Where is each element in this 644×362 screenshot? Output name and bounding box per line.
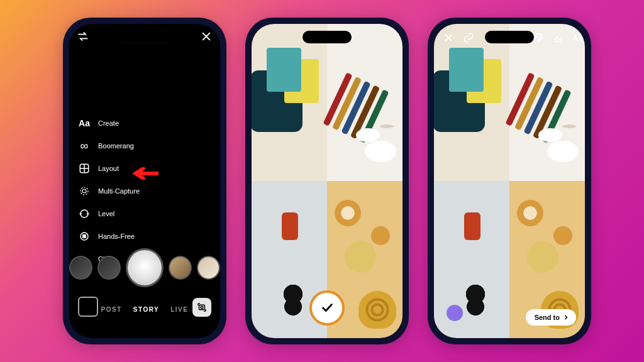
callout-arrow bbox=[131, 167, 158, 180]
svg-rect-5 bbox=[83, 235, 86, 238]
shutter-button[interactable] bbox=[126, 248, 164, 287]
mode-thumb[interactable] bbox=[197, 256, 220, 280]
tool-level[interactable]: Level bbox=[78, 207, 140, 220]
flip-camera-button[interactable] bbox=[192, 298, 211, 317]
tool-label: Create bbox=[98, 119, 119, 127]
svg-point-8 bbox=[536, 36, 537, 38]
text-aa-icon: Aa bbox=[78, 117, 91, 129]
svg-point-1 bbox=[82, 189, 86, 193]
confirm-layout-button[interactable] bbox=[309, 290, 345, 326]
tool-hands-free[interactable]: Hands-Free bbox=[78, 230, 140, 243]
layout-grid-icon bbox=[78, 162, 91, 175]
tool-label: Multi-Capture bbox=[98, 187, 140, 195]
settings-swap-icon[interactable] bbox=[77, 30, 89, 45]
mode-thumb[interactable] bbox=[169, 256, 192, 280]
tool-label: Layout bbox=[98, 165, 119, 172]
tool-label: Level bbox=[98, 210, 114, 217]
tool-label: Hands-Free bbox=[98, 233, 135, 240]
mode-thumb[interactable] bbox=[69, 256, 92, 280]
tab-story[interactable]: STORY bbox=[133, 306, 159, 313]
link-icon[interactable] bbox=[463, 31, 474, 44]
send-to-label: Send to bbox=[535, 314, 560, 321]
text-aa-icon[interactable]: Aa bbox=[572, 31, 583, 44]
close-icon[interactable] bbox=[443, 31, 454, 44]
record-icon bbox=[78, 230, 91, 243]
mode-thumb[interactable] bbox=[97, 256, 121, 280]
infinity-icon: ∞ bbox=[78, 140, 91, 152]
tool-boomerang[interactable]: ∞ Boomerang bbox=[78, 140, 140, 152]
level-icon bbox=[78, 207, 91, 220]
svg-point-2 bbox=[80, 187, 88, 195]
svg-point-9 bbox=[539, 36, 540, 38]
svg-point-7 bbox=[201, 306, 203, 309]
tool-create[interactable]: Aa Create bbox=[78, 117, 140, 129]
your-story-button[interactable]: Your Story bbox=[443, 305, 466, 329]
multi-capture-icon bbox=[78, 185, 91, 197]
tab-post[interactable]: POST bbox=[101, 306, 122, 313]
send-to-button[interactable]: Send to bbox=[526, 309, 576, 326]
your-story-label: Your Story bbox=[443, 324, 466, 329]
tab-live[interactable]: LIVE bbox=[170, 306, 188, 313]
story-preview bbox=[434, 24, 585, 338]
your-story-avatar bbox=[447, 305, 463, 321]
tool-multi-capture[interactable]: Multi-Capture bbox=[78, 185, 140, 197]
draw-icon[interactable] bbox=[552, 31, 564, 44]
tool-label: Boomerang bbox=[98, 142, 134, 150]
close-icon[interactable] bbox=[200, 30, 213, 45]
